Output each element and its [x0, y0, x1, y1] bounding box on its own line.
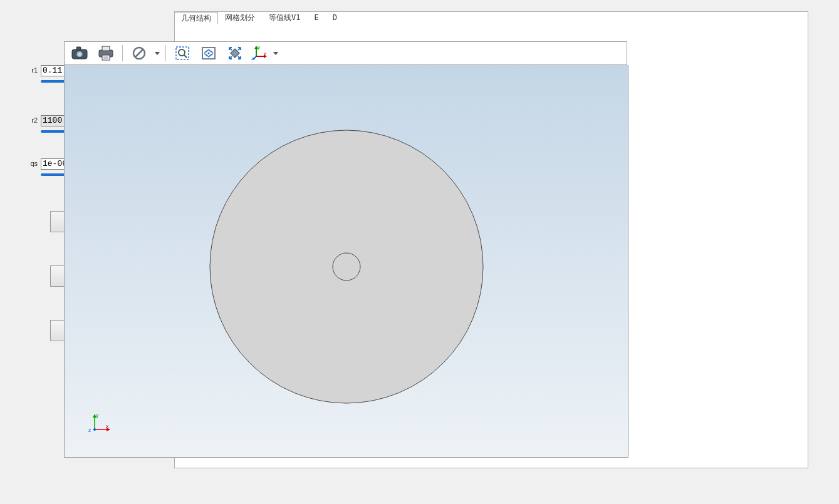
axes-icon[interactable]: y x z: [249, 43, 270, 64]
geometry-canvas: [65, 65, 628, 457]
svg-rect-1: [76, 47, 81, 50]
param-r2-label: r2: [25, 116, 38, 124]
param-qs-label: qs: [25, 160, 38, 167]
svg-text:y: y: [96, 412, 99, 418]
zoom-extents-icon[interactable]: [196, 43, 221, 64]
svg-rect-16: [231, 49, 239, 58]
toolbar-separator: [122, 45, 123, 61]
svg-line-13: [184, 55, 187, 58]
tab-contour-v1[interactable]: 等值线V1: [262, 11, 307, 24]
svg-rect-5: [102, 46, 110, 51]
svg-point-15: [208, 53, 210, 54]
svg-text:x: x: [106, 423, 109, 429]
svg-text:y: y: [258, 45, 260, 50]
tab-bar: 几何结构 网格划分 等值线V1 E D: [174, 11, 344, 24]
axis-gizmo: y x z: [87, 412, 112, 437]
zoom-box-icon[interactable]: [170, 43, 195, 64]
param-r1-label: r1: [25, 66, 38, 74]
axes-dropdown[interactable]: [271, 43, 280, 63]
graphics-toolbar: y x z: [64, 41, 627, 65]
svg-text:x: x: [264, 51, 266, 56]
print-icon[interactable]: [93, 43, 118, 64]
toolbar-separator: [165, 45, 166, 61]
svg-point-31: [93, 428, 96, 431]
app-root: r1 r2 qs 生成几何: [0, 0, 839, 504]
tab-e[interactable]: E: [307, 11, 325, 24]
tab-mesh[interactable]: 网格划分: [218, 11, 262, 24]
outer-circle: [210, 130, 483, 403]
svg-text:z: z: [251, 56, 254, 61]
zoom-fit-icon[interactable]: [222, 43, 248, 64]
tab-geometry[interactable]: 几何结构: [174, 12, 218, 24]
camera-icon[interactable]: [67, 43, 92, 64]
svg-point-12: [179, 49, 185, 56]
restrict-icon[interactable]: [127, 43, 152, 64]
svg-rect-6: [102, 55, 110, 60]
restrict-dropdown[interactable]: [153, 43, 162, 63]
tab-d[interactable]: D: [326, 11, 344, 24]
svg-text:z: z: [88, 427, 91, 433]
svg-point-3: [78, 53, 81, 56]
svg-line-10: [135, 49, 143, 57]
graphics-viewport[interactable]: y x z: [64, 65, 628, 458]
